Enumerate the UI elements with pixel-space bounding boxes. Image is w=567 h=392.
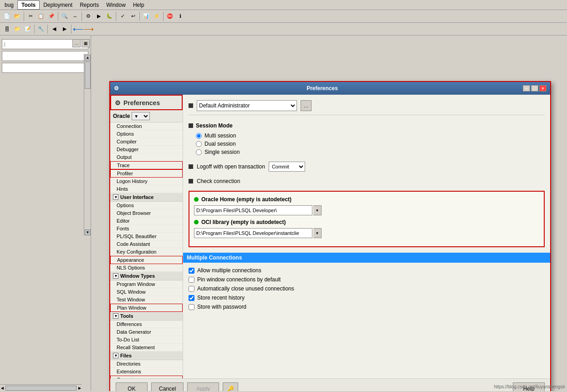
oracle-section-header[interactable]: Oracle ▼ xyxy=(110,110,183,122)
menu-bug[interactable]: bug xyxy=(1,1,17,9)
connection-options-btn[interactable]: … xyxy=(301,100,312,111)
oracle-home-input[interactable] xyxy=(194,205,312,215)
tb2-2[interactable]: 📁 xyxy=(12,24,22,34)
sidebar-editor[interactable]: Editor xyxy=(110,217,183,225)
allow-multiple-checkbox[interactable] xyxy=(189,268,194,274)
sidebar-recall-statement[interactable]: Recall Statement xyxy=(110,344,183,351)
tools-section-header[interactable]: ▾ Tools xyxy=(110,312,183,321)
sidebar-code-assistant[interactable]: Code Assistant xyxy=(110,240,183,248)
single-session-radio[interactable] xyxy=(196,149,202,155)
menu-reports[interactable]: Reports xyxy=(76,1,102,9)
content-toolbar: Default Administrator … xyxy=(189,100,545,115)
sidebar-compiler[interactable]: Compiler xyxy=(110,138,183,146)
tb-explain[interactable]: 📊 xyxy=(141,11,151,21)
main-area: | ▼ ▼ … ▦ ▲ ▼ ◀ ▶ ⚙ Preferences xyxy=(0,36,567,391)
sidebar-connection[interactable]: Connection xyxy=(110,122,183,130)
logoff-row: Logoff with open transaction Commit Roll… xyxy=(189,162,545,172)
sidebar-plsql-beautifier[interactable]: PL/SQL Beautifier xyxy=(110,233,183,240)
sidebar-ui-options[interactable]: Options xyxy=(110,202,183,209)
tb-run[interactable]: ▶ xyxy=(94,11,104,21)
tb2-5[interactable]: ◀ xyxy=(49,24,59,34)
window-types-section-header[interactable]: ▾ Window Types xyxy=(110,272,183,280)
sidebar-options[interactable]: Options xyxy=(110,130,183,138)
tb-replace[interactable]: ↔ xyxy=(70,11,80,21)
tb-debug[interactable]: 🐛 xyxy=(104,11,114,21)
sidebar-plan-window[interactable]: Plan Window xyxy=(110,304,183,312)
tb-auto[interactable]: ⚡ xyxy=(152,11,162,21)
sidebar-nls-options[interactable]: NLS Options xyxy=(110,264,183,272)
sidebar-fonts[interactable]: Fonts xyxy=(110,225,183,233)
pin-window-checkbox[interactable] xyxy=(189,277,194,283)
tb-cut[interactable]: ✂ xyxy=(26,11,36,21)
store-password-checkbox[interactable] xyxy=(189,304,194,310)
tb2-6[interactable]: ▶ xyxy=(60,24,70,34)
tb-compile[interactable]: ⚙ xyxy=(83,11,93,21)
ui-section-header[interactable]: ▾ User Interface xyxy=(110,193,183,202)
oci-library-input[interactable] xyxy=(194,228,312,238)
close-button[interactable]: × xyxy=(539,85,547,92)
sidebar-extensions[interactable]: Extensions xyxy=(110,368,183,376)
tb-commit[interactable]: ✓ xyxy=(117,11,128,21)
tb-new[interactable]: 📄 xyxy=(2,11,12,21)
sidebar-profiler[interactable]: Profiler xyxy=(110,169,183,178)
multi-session-option[interactable]: Multi session xyxy=(196,132,545,139)
logoff-dropdown[interactable]: Commit Rollback Ask xyxy=(269,162,305,172)
tb-open[interactable]: 📂 xyxy=(12,11,22,21)
sidebar-data-generator[interactable]: Data Generator xyxy=(110,328,183,336)
oracle-config-box: Oracle Home (empty is autodetect) ▼ OCI … xyxy=(189,191,545,247)
tb2-4[interactable]: 🔧 xyxy=(36,24,46,34)
oracle-home-dropdown-btn[interactable]: ▼ xyxy=(313,205,322,215)
ui-section-label: User Interface xyxy=(120,194,153,200)
tb2-arrow-left[interactable]: ⟵ xyxy=(73,24,83,34)
menu-help[interactable]: Help xyxy=(129,1,148,9)
sidebar-todo-list[interactable]: To-Do List xyxy=(110,336,183,344)
window-expand-btn[interactable]: ▾ xyxy=(113,273,118,279)
store-history-checkbox[interactable] xyxy=(189,295,194,301)
tb-paste[interactable]: 📌 xyxy=(46,11,56,21)
dual-session-radio[interactable] xyxy=(196,141,202,147)
tb2-3[interactable]: 📝 xyxy=(23,24,33,34)
menu-tools[interactable]: Tools xyxy=(17,0,40,10)
tools-expand-btn[interactable]: ▾ xyxy=(113,313,118,319)
key-icon-button[interactable]: 🔑 xyxy=(223,382,238,391)
tb2-1[interactable]: 🗄 xyxy=(2,24,12,34)
tb-find[interactable]: 🔍 xyxy=(60,11,70,21)
single-session-option[interactable]: Single session xyxy=(196,149,545,155)
apply-button[interactable]: Apply xyxy=(187,382,219,391)
ui-expand-btn[interactable]: ▾ xyxy=(113,194,118,200)
tb-rollback[interactable]: ↩ xyxy=(128,11,138,21)
sidebar-sql-window[interactable]: SQL Window xyxy=(110,288,183,296)
tb-info[interactable]: ℹ xyxy=(175,11,185,21)
ok-button[interactable]: OK xyxy=(116,382,148,391)
sidebar-directories[interactable]: Directories xyxy=(110,360,183,368)
sidebar-program-window[interactable]: Program Window xyxy=(110,280,183,288)
sidebar-hints[interactable]: Hints xyxy=(110,185,183,193)
sidebar-object-browser[interactable]: Object Browser xyxy=(110,209,183,217)
tb-stop[interactable]: ⛔ xyxy=(165,11,175,21)
sidebar-output[interactable]: Output xyxy=(110,153,183,161)
session-icon xyxy=(189,123,193,128)
sidebar-appearance[interactable]: Appearance xyxy=(110,256,183,264)
dual-session-option[interactable]: Dual session xyxy=(196,141,545,147)
maximize-button[interactable]: □ xyxy=(531,85,538,92)
sidebar-debugger[interactable]: Debugger xyxy=(110,146,183,153)
oracle-section-select[interactable]: ▼ xyxy=(132,112,150,120)
menu-window[interactable]: Window xyxy=(102,1,129,9)
oci-library-label: OCI library (empty is autodetect) xyxy=(201,219,286,225)
sidebar-key-config[interactable]: Key Configuration xyxy=(110,248,183,256)
connection-dropdown[interactable]: Default Administrator xyxy=(197,100,297,111)
files-section-header[interactable]: ▾ Files xyxy=(110,351,183,360)
minimize-button[interactable]: − xyxy=(523,85,530,92)
sidebar-test-window[interactable]: Test Window xyxy=(110,296,183,304)
sidebar-trace[interactable]: Trace xyxy=(110,161,183,169)
multi-session-radio[interactable] xyxy=(196,133,202,139)
auto-close-checkbox[interactable] xyxy=(189,286,194,292)
menu-deployment[interactable]: Deployment xyxy=(40,1,76,9)
files-expand-btn[interactable]: ▾ xyxy=(113,353,118,358)
sidebar-differences[interactable]: Differences xyxy=(110,321,183,328)
tb2-arrow-right[interactable]: ⟶ xyxy=(83,24,93,34)
oci-dropdown-btn[interactable]: ▼ xyxy=(313,228,322,238)
sidebar-logon-history[interactable]: Logon History xyxy=(110,178,183,185)
tb-copy[interactable]: 📋 xyxy=(36,11,46,21)
cancel-button[interactable]: Cancel xyxy=(151,382,184,391)
